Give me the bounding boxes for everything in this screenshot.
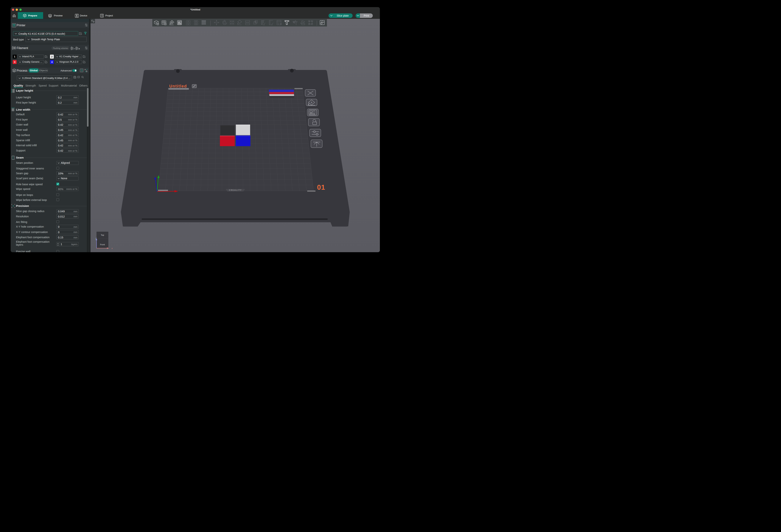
svg-text:Front: Front <box>100 243 105 246</box>
svg-text:z: z <box>96 237 97 239</box>
svg-text:CREALITY: CREALITY <box>229 189 242 191</box>
svg-text:Top: Top <box>101 234 104 236</box>
svg-text:A: A <box>311 101 312 104</box>
svg-text:Untitled: Untitled <box>169 84 187 88</box>
svg-text:x: x <box>112 247 113 250</box>
svg-text:01: 01 <box>317 184 325 191</box>
